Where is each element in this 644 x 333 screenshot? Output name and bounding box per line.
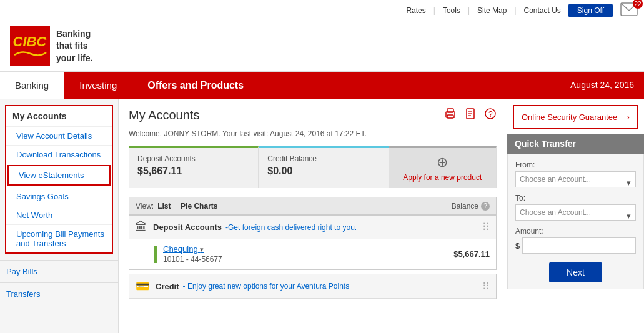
table-row: Chequing ▾ 10101 - 44-56677 $5,667.11 [129, 239, 496, 269]
credit-amount: $0.00 [267, 166, 379, 177]
svg-rect-3 [447, 115, 453, 118]
deposit-accounts-section: 🏛 Deposit Accounts -Get foreign cash del… [129, 215, 497, 270]
amount-label: Amount: [515, 227, 636, 236]
contact-link[interactable]: Contact Us [524, 6, 561, 15]
security-label: Online Security Guarantee [522, 112, 617, 122]
sidebar-item-savings-goals[interactable]: Savings Goals [6, 187, 112, 206]
balance-help-icon[interactable]: ? [481, 202, 490, 211]
my-accounts-section: My Accounts View Account Details Downloa… [5, 105, 113, 254]
sidebar-item-download-transactions[interactable]: Download Transactions [6, 145, 112, 164]
mail-count-badge: 22 [633, 0, 643, 9]
credit-section-title: Credit [156, 282, 179, 291]
quick-transfer-title: Quick Transfer [507, 134, 644, 154]
account-balance: $5,667.11 [453, 249, 490, 259]
view-label: View: [136, 202, 154, 211]
sidebar-section-title: My Accounts [6, 106, 112, 126]
view-pie-link[interactable]: Pie Charts [181, 202, 217, 211]
to-label: To: [515, 194, 636, 202]
sidebar-item-pay-bills[interactable]: Pay Bills [0, 260, 118, 282]
right-panel: Online Security Guarantee › Quick Transf… [507, 99, 644, 333]
header: CIBC Bankingthat fitsyour life. [0, 21, 644, 72]
logo-tagline: Bankingthat fitsyour life. [56, 28, 92, 65]
nav-tabs: Banking Investing Offers and Products Au… [0, 72, 644, 99]
view-toggle: View: List Pie Charts Balance ? [129, 197, 497, 215]
sitemap-link[interactable]: Site Map [477, 6, 507, 15]
credit-promo: - Enjoy great new options for your Avent… [183, 282, 350, 291]
apply-text: Apply for a new product [403, 173, 482, 182]
welcome-text: Welcome, JONNY STORM. Your last visit: A… [129, 129, 497, 138]
from-select-wrap: Choose an Account... [515, 171, 636, 194]
credit-section-header: 💳 Credit - Enjoy great new options for y… [129, 274, 496, 299]
from-label: From: [515, 161, 636, 169]
to-select-wrap: Choose an Account... [515, 204, 636, 227]
rates-link[interactable]: Rates [406, 6, 425, 15]
deposit-promo: -Get foreign cash delivered right to you… [225, 223, 357, 232]
credit-drag-handle: ⠿ [482, 281, 490, 292]
card-icon: 💳 [136, 279, 149, 293]
credit-label: Credit Balance [267, 154, 379, 163]
view-list-link[interactable]: List [157, 202, 171, 211]
security-chevron-icon: › [627, 112, 630, 122]
sidebar-item-upcoming-bill[interactable]: Upcoming Bill Payments and Transfers [6, 224, 112, 252]
help-icon[interactable]: ? [484, 107, 497, 123]
tools-link[interactable]: Tools [443, 6, 460, 15]
deposit-label: Deposit Accounts [137, 154, 249, 163]
mail-icon[interactable]: 22 [620, 2, 638, 18]
deposit-summary-box: Deposit Accounts $5,667.11 [129, 146, 259, 188]
svg-text:?: ? [488, 110, 493, 119]
account-number: 10101 - 44-56677 [163, 255, 222, 264]
main-layout: My Accounts View Account Details Downloa… [0, 99, 644, 333]
account-indicator [154, 246, 157, 263]
deposit-section-header: 🏛 Deposit Accounts -Get foreign cash del… [129, 216, 496, 239]
sidebar-item-view-estatements[interactable]: View eStatements [7, 165, 111, 186]
logo: CIBC Bankingthat fitsyour life. [10, 26, 92, 66]
drag-handle: ⠿ [482, 221, 490, 233]
tab-offers[interactable]: Offers and Products [132, 72, 259, 99]
content-icons: ? [444, 107, 497, 123]
deposit-section-title: Deposit Accounts [153, 222, 222, 232]
apply-product-box[interactable]: ⊕ Apply for a new product [389, 146, 497, 188]
quick-transfer-form: From: Choose an Account... To: Choose an… [507, 154, 644, 289]
tab-banking[interactable]: Banking [0, 72, 64, 99]
amount-row: $ [515, 237, 636, 254]
deposit-amount: $5,667.11 [137, 166, 249, 177]
sign-off-button[interactable]: Sign Off [568, 4, 613, 17]
from-account-select[interactable]: Choose an Account... [515, 171, 636, 187]
credit-summary-box: Credit Balance $0.00 [259, 146, 389, 188]
sidebar-item-transfers[interactable]: Transfers [0, 282, 118, 305]
sidebar: My Accounts View Account Details Downloa… [0, 99, 119, 333]
main-content: My Accounts [119, 99, 507, 333]
document-icon[interactable] [464, 107, 477, 123]
account-name[interactable]: Chequing ▾ [163, 244, 222, 254]
credit-section: 💳 Credit - Enjoy great new options for y… [129, 274, 497, 299]
logo-text: CIBC [13, 35, 47, 49]
nav-date: August 24, 2016 [560, 72, 644, 99]
print-icon[interactable] [444, 107, 457, 123]
account-info: Chequing ▾ 10101 - 44-56677 [163, 244, 222, 264]
logo-box: CIBC [10, 26, 50, 66]
next-button[interactable]: Next [549, 262, 602, 282]
balance-label: Balance [452, 202, 478, 211]
tab-investing[interactable]: Investing [64, 72, 132, 99]
dollar-sign: $ [515, 241, 520, 251]
apply-plus-icon: ⊕ [437, 154, 448, 171]
account-summary: Deposit Accounts $5,667.11 Credit Balanc… [129, 146, 497, 188]
sidebar-item-net-worth[interactable]: Net Worth [6, 206, 112, 224]
security-banner[interactable]: Online Security Guarantee › [513, 105, 638, 129]
bank-icon: 🏛 [136, 221, 147, 234]
sidebar-item-view-account-details[interactable]: View Account Details [6, 126, 112, 145]
to-account-select[interactable]: Choose an Account... [515, 204, 636, 221]
top-bar: Rates | Tools | Site Map | Contact Us Si… [0, 0, 644, 21]
amount-input[interactable] [522, 237, 636, 254]
page-title: My Accounts [129, 108, 199, 122]
content-header: My Accounts [129, 107, 497, 123]
balance-info: Balance ? [452, 202, 490, 211]
